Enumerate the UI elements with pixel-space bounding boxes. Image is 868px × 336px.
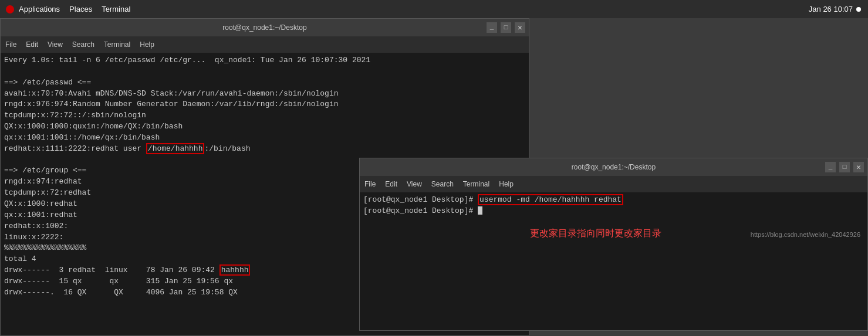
menu-view-2[interactable]: View <box>407 180 422 188</box>
minimize-button-2[interactable]: _ <box>825 162 836 172</box>
usermod-command-highlight: usermod -md /home/hahhhh redhat <box>478 194 623 205</box>
terminal-title-1: root@qx_node1:~/Desktop <box>222 23 306 32</box>
terminal-cursor-2 <box>478 206 482 215</box>
menu-search-2[interactable]: Search <box>431 180 454 188</box>
menu-help-1[interactable]: Help <box>140 40 154 49</box>
system-datetime: Jan 26 10:07 <box>809 5 861 13</box>
places-menu[interactable]: Places <box>69 5 92 13</box>
window-controls-1: _ □ ✕ <box>487 22 525 33</box>
terminal-title-2: root@qx_node1:~/Desktop <box>572 163 656 171</box>
menu-help-2[interactable]: Help <box>499 180 514 188</box>
hahhhh-highlight: hahhhh <box>219 264 251 276</box>
menu-bar-2: File Edit View Search Terminal Help <box>360 176 867 192</box>
menu-search-1[interactable]: Search <box>72 40 94 49</box>
maximize-button-2[interactable]: □ <box>839 162 850 172</box>
passwd-line-redhat: redhat:x:1111:2222:redhat user /home/hah… <box>4 143 250 154</box>
home-path-highlight: /home/hahhhh <box>146 143 205 154</box>
applications-menu[interactable]: Applications <box>19 5 60 13</box>
menu-edit-1[interactable]: Edit <box>26 40 38 49</box>
menu-view-1[interactable]: View <box>48 40 63 49</box>
menu-file-2[interactable]: File <box>364 180 376 188</box>
url-bar: https://blog.csdn.net/weixin_42042926 <box>360 219 867 243</box>
menu-terminal-1[interactable]: Terminal <box>104 40 130 49</box>
minimize-button-1[interactable]: _ <box>487 22 497 33</box>
terminal2-line2: [root@qx_node1 Desktop]# <box>363 206 482 215</box>
close-button-2[interactable]: ✕ <box>853 162 864 172</box>
terminal-content-area-2: [root@qx_node1 Desktop]# usermod -md /ho… <box>360 192 867 219</box>
title-bar-1: root@qx_node1:~/Desktop _ □ ✕ <box>1 19 529 36</box>
os-logo <box>6 5 14 13</box>
menu-bar-1: File Edit View Search Terminal Help <box>1 36 529 53</box>
status-dot <box>856 7 861 12</box>
menu-file-1[interactable]: File <box>5 40 16 49</box>
terminal-content-2: [root@qx_node1 Desktop]# usermod -md /ho… <box>360 192 867 219</box>
ls-line-hahhhh: drwx------ 3 redhat linux 78 Jan 26 09:4… <box>4 264 250 276</box>
terminal-window-2: root@qx_node1:~/Desktop _ □ ✕ File Edit … <box>359 158 868 331</box>
menu-edit-2[interactable]: Edit <box>385 180 397 188</box>
close-button-1[interactable]: ✕ <box>515 22 525 33</box>
system-bar: Applications Places Terminal Jan 26 10:0… <box>0 0 868 18</box>
url-link: https://blog.csdn.net/weixin_42042926 <box>751 231 860 238</box>
title-bar-2: root@qx_node1:~/Desktop _ □ ✕ <box>360 158 867 176</box>
window-controls-2: _ □ ✕ <box>825 162 864 172</box>
terminal-menu[interactable]: Terminal <box>102 5 130 13</box>
maximize-button-1[interactable]: □ <box>501 22 511 33</box>
terminal2-line1: [root@qx_node1 Desktop]# usermod -md /ho… <box>363 194 623 205</box>
menu-terminal-2[interactable]: Terminal <box>463 180 489 188</box>
terminals-container: root@qx_node1:~/Desktop _ □ ✕ File Edit … <box>0 18 868 336</box>
